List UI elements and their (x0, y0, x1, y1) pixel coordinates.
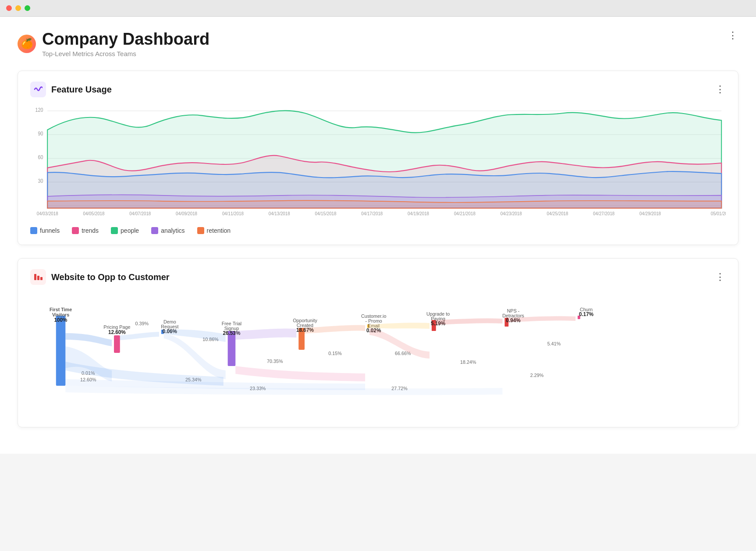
svg-text:120: 120 (35, 107, 43, 113)
page-subtitle: Top-Level Metrics Across Teams (42, 50, 209, 57)
svg-text:70.35%: 70.35% (267, 359, 283, 364)
legend-analytics-color (151, 227, 158, 234)
page-logo-icon: 🍊 (18, 35, 36, 53)
svg-text:18.24%: 18.24% (460, 359, 476, 365)
svg-text:04/03/2018: 04/03/2018 (37, 211, 58, 217)
svg-text:04/05/2018: 04/05/2018 (83, 211, 105, 217)
legend-trends: trends (72, 227, 99, 234)
funnel-card-header: Website to Opp to Customer ⋮ (30, 269, 726, 285)
feature-usage-svg: 120 90 60 30 (30, 106, 726, 220)
legend-people-color (111, 227, 118, 234)
funnel-card: Website to Opp to Customer ⋮ First Time … (18, 258, 738, 427)
svg-text:04/07/2018: 04/07/2018 (129, 211, 151, 217)
feature-usage-more-button[interactable]: ⋮ (715, 84, 726, 95)
svg-text:04/11/2018: 04/11/2018 (222, 211, 244, 217)
legend-retention-label: retention (207, 227, 231, 234)
legend-retention: retention (197, 227, 231, 234)
feature-usage-icon (30, 82, 46, 97)
svg-text:04/09/2018: 04/09/2018 (176, 211, 197, 217)
svg-text:0.17%: 0.17% (579, 311, 594, 317)
title-bar (0, 0, 756, 17)
legend-funnels-color (30, 227, 37, 234)
svg-text:04/13/2018: 04/13/2018 (269, 211, 290, 217)
legend-trends-label: trends (82, 227, 99, 234)
legend-people-label: people (121, 227, 139, 234)
svg-text:2.29%: 2.29% (530, 373, 544, 378)
svg-rect-25 (37, 276, 39, 280)
feature-usage-header-left: Feature Usage (30, 82, 112, 97)
legend-trends-color (72, 227, 79, 234)
page-title-block: Company Dashboard Top-Level Metrics Acro… (42, 30, 209, 57)
legend-retention-color (197, 227, 204, 234)
svg-text:5.41%: 5.41% (547, 341, 561, 346)
main-window: 🍊 Company Dashboard Top-Level Metrics Ac… (0, 0, 756, 551)
svg-text:05/01/2018: 05/01/2018 (711, 211, 726, 217)
page-header-left: 🍊 Company Dashboard Top-Level Metrics Ac… (18, 30, 209, 57)
feature-usage-title: Feature Usage (51, 85, 112, 95)
page-content: 🍊 Company Dashboard Top-Level Metrics Ac… (0, 17, 756, 454)
svg-text:04/15/2018: 04/15/2018 (315, 211, 337, 217)
minimize-button[interactable] (15, 5, 21, 11)
svg-text:04/21/2018: 04/21/2018 (454, 211, 476, 217)
svg-text:0.15%: 0.15% (328, 351, 342, 356)
funnel-chart: First Time Visitors 100% 12.60% 0.01% Pr… (30, 294, 726, 416)
svg-text:04/25/2018: 04/25/2018 (547, 211, 568, 217)
svg-text:04/17/2018: 04/17/2018 (361, 211, 383, 217)
legend-analytics-label: analytics (161, 227, 185, 234)
svg-text:60: 60 (38, 155, 43, 160)
legend-funnels-label: funnels (40, 227, 60, 234)
svg-rect-24 (34, 274, 36, 280)
svg-rect-27 (56, 316, 66, 386)
svg-text:100%: 100% (54, 317, 67, 323)
svg-text:90: 90 (38, 131, 43, 137)
svg-text:30: 30 (38, 178, 43, 184)
feature-usage-card-header: Feature Usage ⋮ (30, 82, 726, 97)
feature-usage-chart: 120 90 60 30 (30, 106, 726, 220)
page-header: 🍊 Company Dashboard Top-Level Metrics Ac… (18, 30, 738, 57)
page-title: Company Dashboard (42, 30, 209, 49)
svg-rect-33 (114, 335, 120, 353)
page-more-button[interactable]: ⋮ (728, 30, 738, 41)
funnel-more-button[interactable]: ⋮ (715, 271, 726, 283)
legend-people: people (111, 227, 139, 234)
funnel-svg: First Time Visitors 100% 12.60% 0.01% Pr… (30, 294, 726, 416)
svg-text:04/23/2018: 04/23/2018 (500, 211, 522, 217)
legend-analytics: analytics (151, 227, 185, 234)
svg-text:First Time: First Time (50, 307, 72, 312)
funnel-card-icon (30, 269, 46, 285)
svg-text:12.60%: 12.60% (108, 329, 126, 335)
funnel-card-title: Website to Opp to Customer (51, 272, 170, 282)
svg-text:04/19/2018: 04/19/2018 (408, 211, 429, 217)
feature-usage-legend: funnels trends people analytics retentio… (30, 227, 726, 234)
legend-funnels: funnels (30, 227, 60, 234)
svg-text:04/27/2018: 04/27/2018 (593, 211, 614, 217)
svg-rect-26 (40, 277, 43, 280)
close-button[interactable] (6, 5, 12, 11)
feature-usage-card: Feature Usage ⋮ 120 90 60 30 (18, 71, 738, 245)
svg-text:04/29/2018: 04/29/2018 (639, 211, 661, 217)
funnel-header-left: Website to Opp to Customer (30, 269, 170, 285)
maximize-button[interactable] (25, 5, 30, 11)
svg-text:0.39%: 0.39% (135, 321, 149, 326)
